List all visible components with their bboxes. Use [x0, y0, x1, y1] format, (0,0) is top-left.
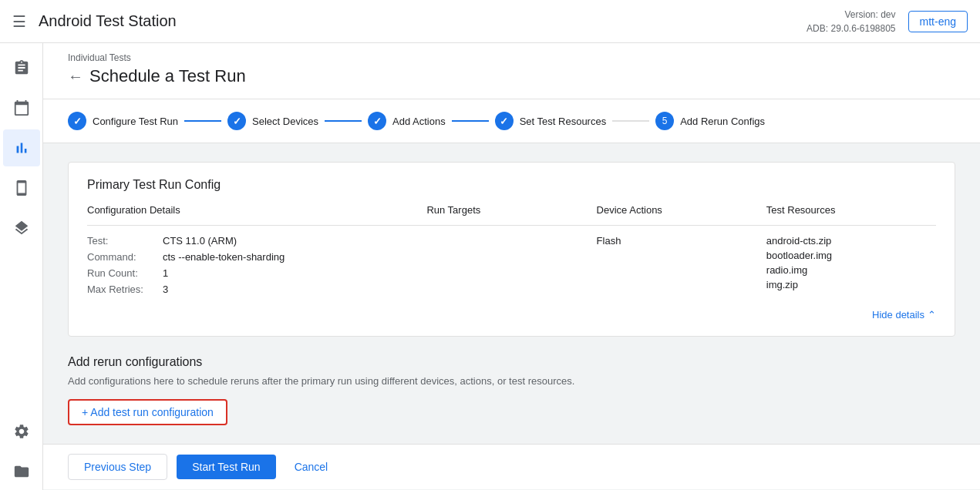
add-config-button[interactable]: + Add test run configuration — [68, 399, 227, 425]
col-header-device-actions: Device Actions — [597, 204, 766, 226]
step-3-label: Add Actions — [392, 116, 446, 127]
step-4-label: Set Test Resources — [520, 116, 606, 127]
config-card-title: Primary Test Run Config — [87, 178, 936, 192]
step-add-rerun: 5 Add Rerun Configs — [655, 112, 765, 130]
rerun-section: Add rerun configurations Add configurati… — [68, 355, 955, 425]
connector-1 — [184, 120, 221, 122]
page-title-row: ← Schedule a Test Run — [68, 66, 955, 86]
connector-3 — [452, 120, 489, 122]
device-action-flash: Flash — [597, 235, 766, 247]
step-select-devices: Select Devices — [227, 112, 318, 130]
detail-max-retries: Max Retries: 3 — [87, 284, 426, 295]
step-5-label: Add Rerun Configs — [680, 116, 765, 127]
page-title: Schedule a Test Run — [89, 66, 246, 86]
breadcrumb: Individual Tests — [68, 52, 955, 63]
detail-run-count-value: 1 — [163, 267, 168, 279]
step-add-actions: Add Actions — [368, 112, 446, 130]
sidebar-item-tests[interactable] — [3, 49, 40, 86]
step-1-label: Configure Test Run — [93, 116, 178, 127]
step-1-circle — [68, 112, 86, 130]
back-button[interactable]: ← — [68, 68, 83, 86]
connector-4 — [612, 120, 649, 122]
topbar: ☰ Android Test Station Version: dev ADB:… — [0, 0, 980, 43]
detail-command-value: cts --enable-token-sharding — [163, 251, 285, 263]
sidebar-item-devices[interactable] — [3, 169, 40, 206]
config-details-col: Configuration Details Test: CTS 11.0 (AR… — [87, 204, 426, 300]
version-info: Version: dev ADB: 29.0.6-6198805 — [807, 8, 895, 35]
chevron-up-icon: ⌃ — [928, 309, 936, 321]
env-button[interactable]: mtt-eng — [908, 11, 968, 32]
sidebar-item-settings[interactable] — [3, 413, 40, 450]
resource-1: bootloader.img — [766, 250, 936, 261]
detail-test-label: Test: — [87, 235, 157, 247]
detail-run-count: Run Count: 1 — [87, 267, 426, 279]
col-header-test-resources: Test Resources — [766, 204, 936, 226]
detail-command-label: Command: — [87, 251, 157, 263]
content-area: Primary Test Run Config Configuration De… — [43, 143, 980, 444]
detail-test-value: CTS 11.0 (ARM) — [163, 235, 237, 247]
step-set-resources: Set Test Resources — [495, 112, 606, 130]
start-test-run-button[interactable]: Start Test Run — [177, 455, 275, 479]
sidebar-item-schedule[interactable] — [3, 89, 40, 126]
rerun-description: Add configurations here to schedule reru… — [68, 375, 955, 387]
detail-max-retries-label: Max Retries: — [87, 284, 157, 295]
hide-details-link[interactable]: Hide details ⌃ — [87, 309, 936, 321]
previous-step-button[interactable]: Previous Step — [68, 454, 167, 480]
test-resources-col: Test Resources android-cts.zip bootloade… — [766, 204, 936, 300]
run-targets-col: Run Targets — [426, 204, 596, 300]
sidebar-item-resources[interactable] — [3, 210, 40, 247]
menu-icon[interactable]: ☰ — [12, 12, 26, 31]
footer-bar: Previous Step Start Test Run Cancel — [43, 444, 980, 489]
hide-details-label: Hide details — [872, 309, 924, 321]
page-header: Individual Tests ← Schedule a Test Run — [43, 43, 980, 99]
step-5-circle: 5 — [655, 112, 674, 130]
resource-0: android-cts.zip — [766, 235, 936, 247]
device-actions-col: Device Actions Flash — [597, 204, 766, 300]
detail-run-count-label: Run Count: — [87, 267, 157, 279]
app-title: Android Test Station — [39, 12, 794, 30]
cancel-button[interactable]: Cancel — [285, 455, 338, 479]
detail-max-retries-value: 3 — [163, 284, 168, 295]
stepper: Configure Test Run Select Devices Add Ac… — [43, 99, 980, 143]
connector-2 — [325, 120, 362, 122]
sidebar — [0, 43, 43, 490]
step-3-circle — [368, 112, 386, 130]
step-configure: Configure Test Run — [68, 112, 178, 130]
sidebar-item-files[interactable] — [3, 453, 40, 490]
config-grid: Configuration Details Test: CTS 11.0 (AR… — [87, 204, 936, 300]
col-header-details: Configuration Details — [87, 204, 426, 226]
col-header-run-targets: Run Targets — [426, 204, 596, 226]
config-card: Primary Test Run Config Configuration De… — [68, 162, 955, 337]
resource-2: radio.img — [766, 264, 936, 276]
body-layout: Individual Tests ← Schedule a Test Run C… — [0, 43, 980, 490]
step-4-circle — [495, 112, 514, 130]
detail-command: Command: cts --enable-token-sharding — [87, 251, 426, 263]
step-2-label: Select Devices — [252, 116, 318, 127]
sidebar-item-results[interactable] — [3, 129, 40, 166]
rerun-title: Add rerun configurations — [68, 355, 955, 369]
resource-3: img.zip — [766, 279, 936, 290]
step-2-circle — [227, 112, 246, 130]
detail-test: Test: CTS 11.0 (ARM) — [87, 235, 426, 247]
main-content: Individual Tests ← Schedule a Test Run C… — [43, 43, 980, 490]
